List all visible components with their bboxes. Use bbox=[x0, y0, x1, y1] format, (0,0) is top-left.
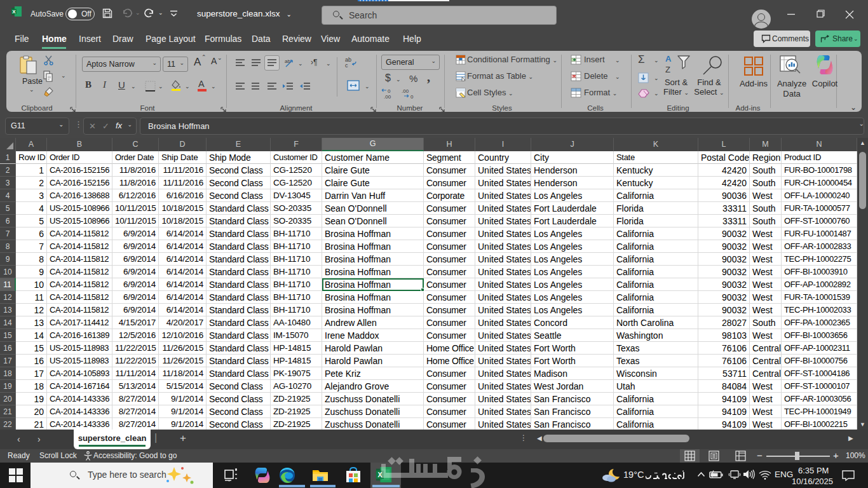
svg-text:c: c bbox=[345, 62, 348, 69]
svg-text:0: 0 bbox=[388, 88, 391, 94]
svg-text:X: X bbox=[12, 9, 16, 15]
svg-text:0: 0 bbox=[410, 94, 414, 99]
svg-text:A: A bbox=[665, 54, 672, 64]
svg-text:.00: .00 bbox=[402, 88, 409, 94]
svg-text:ab: ab bbox=[285, 58, 290, 64]
svg-text:.00: .00 bbox=[384, 94, 391, 99]
svg-text:Z: Z bbox=[665, 65, 670, 74]
